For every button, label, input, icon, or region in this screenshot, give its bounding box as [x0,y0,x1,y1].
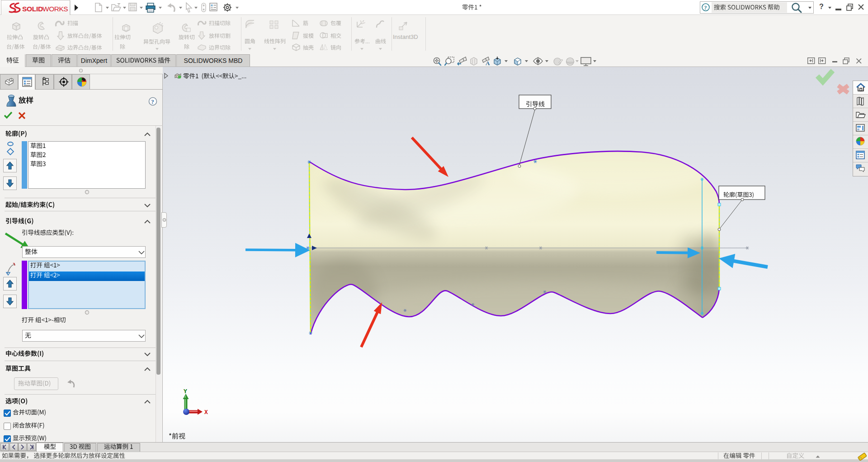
svg-text:?: ? [151,98,154,105]
svg-text:SOLID: SOLID [22,5,43,13]
svg-text:X: X [204,409,208,416]
svg-text:WORKS: WORKS [42,5,68,13]
svg-text:?: ? [704,5,707,11]
svg-text:Y: Y [184,388,187,395]
svg-text:A: A [486,60,490,67]
